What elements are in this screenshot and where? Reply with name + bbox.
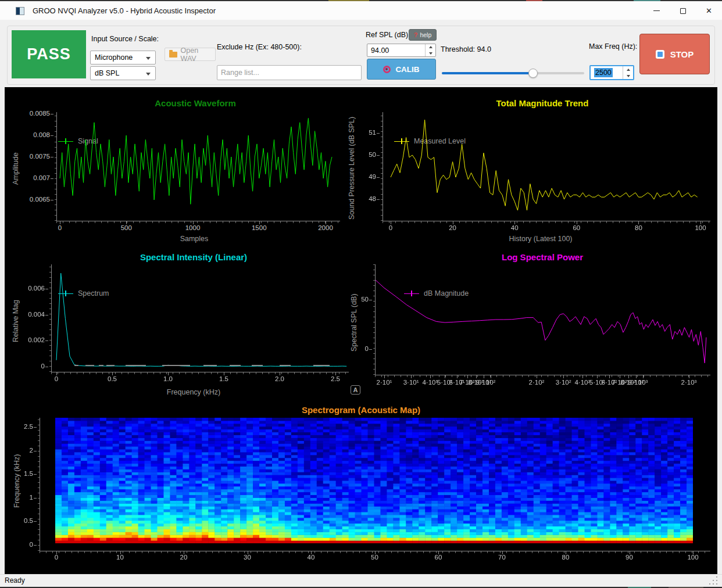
tick-mark xyxy=(60,221,60,224)
tick-label: 0.5 xyxy=(2,517,33,524)
y-axis-line xyxy=(383,112,383,221)
tick-mark xyxy=(193,221,194,224)
tick-mark xyxy=(126,221,127,224)
tick-label: 0.0065 xyxy=(19,196,50,203)
calib-button[interactable]: CALIB xyxy=(367,59,436,80)
threshold-label: Threshold: 94.0 xyxy=(441,45,491,53)
help-button[interactable]: ? help xyxy=(409,29,437,41)
scale-combo[interactable]: dB SPL xyxy=(90,66,156,80)
input-source-combo[interactable]: Microphone xyxy=(90,51,156,64)
y-axis-line xyxy=(51,264,52,372)
tick-mark xyxy=(630,551,630,554)
tick-label: 50 xyxy=(337,296,369,303)
spectrogram-title: Spectrogram (Acoustic Map) xyxy=(239,405,483,415)
tick-mark xyxy=(34,545,37,546)
auto-range-button[interactable]: A xyxy=(351,385,360,395)
spectrum-xlabel: Frequency (kHz) xyxy=(130,388,258,396)
max-freq-spinbox[interactable]: 2500 xyxy=(589,65,634,80)
tick-label: 0 xyxy=(372,224,409,231)
ref-spl-spinbox[interactable]: 94.00 xyxy=(367,44,436,57)
threshold-slider-fill xyxy=(442,72,533,74)
maximize-button[interactable] xyxy=(670,1,696,20)
open-wav-button[interactable]: Open WAV xyxy=(165,48,216,61)
tick-label: 50 xyxy=(356,554,394,561)
spin-up-button[interactable] xyxy=(623,66,633,73)
tick-mark xyxy=(259,221,260,224)
resize-grip[interactable] xyxy=(713,580,714,581)
spin-up-button[interactable] xyxy=(426,44,435,51)
tick-label: 10 xyxy=(102,554,139,561)
close-button[interactable]: ✕ xyxy=(696,1,722,20)
tick-mark xyxy=(34,451,37,451)
tick-mark xyxy=(537,375,537,378)
masked-range-segment xyxy=(313,365,330,366)
tick-label: 51 xyxy=(345,129,376,136)
tick-mark xyxy=(636,375,637,378)
tick-mark xyxy=(311,551,312,554)
open-wav-label: Open WAV xyxy=(181,46,215,63)
tick-label: 100 xyxy=(682,224,719,231)
stop-label: STOP xyxy=(670,49,694,59)
tick-mark xyxy=(56,372,57,375)
tick-label: 30 xyxy=(229,554,266,561)
spectrum-viewport[interactable] xyxy=(51,264,349,372)
tick-label: 49 xyxy=(345,173,376,180)
tick-mark xyxy=(248,551,248,554)
masked-range-segment xyxy=(126,365,146,366)
tick-mark xyxy=(51,157,53,157)
tick-label: 50 xyxy=(345,151,376,158)
tick-mark xyxy=(638,221,639,224)
tick-mark xyxy=(430,375,431,378)
tick-mark xyxy=(280,372,280,375)
exclude-hz-label: Exclude Hz (Ex: 480-500): xyxy=(217,43,302,51)
status-badge: PASS xyxy=(12,30,86,78)
tick-label: 0 xyxy=(38,375,75,382)
tick-mark xyxy=(628,375,629,378)
tick-mark xyxy=(445,375,445,378)
tick-mark xyxy=(112,372,113,375)
tick-mark xyxy=(335,372,336,375)
tick-mark xyxy=(375,551,376,554)
tick-mark xyxy=(45,367,48,367)
exclude-range-input[interactable] xyxy=(217,65,362,80)
tick-label: 1.0 xyxy=(149,375,187,382)
tick-mark xyxy=(453,221,453,224)
chevron-down-icon xyxy=(146,57,151,60)
tick-mark xyxy=(45,340,48,341)
y-minor-ticks xyxy=(373,264,375,375)
tick-mark xyxy=(224,372,224,375)
tick-mark xyxy=(411,375,412,378)
tick-mark xyxy=(56,551,57,554)
tick-label: 60 xyxy=(558,224,595,231)
tick-label: 0 xyxy=(337,345,369,352)
waveform-viewport[interactable] xyxy=(56,112,340,221)
waveform-ylabel: Amplitude xyxy=(12,134,20,203)
tick-mark xyxy=(377,133,380,134)
status-message: Ready xyxy=(5,576,25,585)
spin-down-button[interactable] xyxy=(426,51,435,57)
waveform-title: Acoustic Waveform xyxy=(73,98,317,108)
minimize-button[interactable] xyxy=(644,1,670,20)
chevron-down-icon xyxy=(146,73,151,76)
app-window: GROO NVQI Analyzer v5.0 - Hybrid Acousti… xyxy=(0,0,722,588)
logspec-viewport[interactable] xyxy=(375,264,710,375)
trend-viewport[interactable] xyxy=(383,112,710,221)
tick-mark xyxy=(168,372,169,375)
y-axis-line xyxy=(56,112,57,221)
tick-label: 2.5 xyxy=(2,423,33,430)
masked-range-segment xyxy=(162,365,190,366)
tick-label: 60 xyxy=(420,554,457,561)
y-minor-ticks xyxy=(38,418,40,551)
threshold-slider-handle[interactable] xyxy=(528,69,538,78)
question-icon: ? xyxy=(414,31,418,38)
tick-label: 0 xyxy=(38,554,75,561)
stop-button[interactable]: STOP xyxy=(639,34,710,74)
tick-mark xyxy=(377,155,380,156)
spectrogram-heatmap xyxy=(55,418,693,543)
logspec-title: Log Spectral Power xyxy=(420,252,664,262)
tick-mark xyxy=(620,375,620,378)
x-minor-ticks xyxy=(56,221,340,223)
tick-mark xyxy=(467,375,468,378)
spin-down-button[interactable] xyxy=(623,73,633,79)
tick-label: 1 xyxy=(2,494,33,501)
